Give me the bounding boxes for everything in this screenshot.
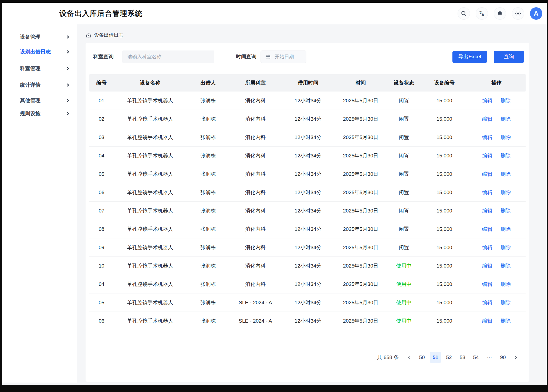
row-no: 01 [89, 98, 114, 104]
page-button[interactable]: 51 [430, 352, 441, 363]
device-name: 单孔腔镜手术机器人 [114, 116, 187, 123]
delete-link[interactable]: 删除 [500, 262, 511, 269]
edit-link[interactable]: 编辑 [482, 116, 492, 123]
borrow-duration: 12小时34分 [281, 317, 335, 325]
column-header: 所属科室 [230, 79, 281, 86]
date: 2025年5月30日 [335, 299, 386, 306]
next-page-button[interactable] [511, 353, 521, 362]
notifications-button[interactable] [494, 7, 506, 20]
sidebar-item[interactable]: 科室管理 [2, 63, 77, 75]
date: 2025年5月30日 [335, 262, 386, 269]
page-button[interactable]: 52 [444, 352, 454, 363]
language-button[interactable]: 文 A [476, 7, 488, 20]
column-header: 设备编号 [421, 79, 467, 86]
department: 消化内科 [230, 189, 281, 196]
edit-link[interactable]: 编辑 [482, 299, 492, 306]
device-status: 闲置 [386, 116, 421, 123]
breadcrumb-label: 设备出借日志 [94, 32, 123, 38]
edit-link[interactable]: 编辑 [482, 262, 492, 269]
device-code: 15,000 [421, 318, 467, 324]
breadcrumb[interactable]: 设备出借日志 [86, 31, 529, 39]
date: 2025年5月30日 [335, 226, 386, 233]
table-row: 10单孔腔镜手术机器人张润栋消化内科12小时34分2025年5月30日使用中15… [89, 257, 526, 275]
table-row: 05单孔腔镜手术机器人张润栋消化内科12小时34分2025年5月30日闲置15,… [89, 165, 526, 183]
delete-link[interactable]: 删除 [500, 244, 511, 251]
delete-link[interactable]: 删除 [500, 207, 511, 214]
department: 消化内科 [230, 244, 281, 251]
edit-link[interactable]: 编辑 [482, 281, 492, 288]
page-button[interactable]: 50 [417, 352, 427, 363]
borrow-duration: 12小时34分 [281, 299, 335, 306]
table-body: 01单孔腔镜手术机器人张润栋消化内科12小时34分2025年5月30日闲置15,… [89, 92, 526, 330]
prev-page-button[interactable] [404, 353, 414, 362]
department: 消化内科 [230, 171, 281, 178]
sidebar-item[interactable]: 设别出借日志 [2, 46, 77, 58]
lender: 张润栋 [187, 134, 230, 141]
sidebar: 设备管理设别出借日志科室管理统计详情其他管理规则设施 [2, 24, 77, 383]
edit-link[interactable]: 编辑 [482, 171, 492, 178]
device-code: 15,000 [421, 190, 467, 195]
content-card: 科室查询 时间查询 开始日期 [86, 43, 529, 382]
sidebar-item[interactable]: 规则设施 [2, 108, 77, 120]
device-name: 单孔腔镜手术机器人 [114, 152, 187, 159]
page-button[interactable]: 90 [498, 352, 508, 363]
edit-link[interactable]: 编辑 [482, 244, 492, 251]
dept-search-input[interactable] [122, 50, 214, 63]
search-query-button[interactable]: 查询 [494, 51, 524, 63]
borrow-duration: 12小时34分 [281, 116, 335, 123]
export-excel-button[interactable]: 导出Excel [452, 51, 487, 63]
edit-link[interactable]: 编辑 [482, 317, 492, 325]
device-name: 单孔腔镜手术机器人 [114, 207, 187, 214]
edit-link[interactable]: 编辑 [482, 97, 492, 104]
device-status: 闲置 [386, 97, 421, 104]
edit-link[interactable]: 编辑 [482, 152, 492, 159]
theme-button[interactable] [512, 7, 524, 20]
table-row: 01单孔腔镜手术机器人张润栋消化内科12小时34分2025年5月30日闲置15,… [89, 92, 526, 110]
start-date-placeholder: 开始日期 [275, 53, 294, 60]
sidebar-item[interactable]: 设备管理 [2, 31, 77, 43]
row-actions: 编辑删除 [467, 226, 526, 233]
device-code: 15,000 [421, 98, 467, 104]
device-name: 单孔腔镜手术机器人 [114, 317, 187, 325]
user-avatar[interactable]: A [530, 7, 542, 20]
sidebar-item[interactable]: 其他管理 [2, 94, 77, 106]
device-name: 单孔腔镜手术机器人 [114, 189, 187, 196]
edit-link[interactable]: 编辑 [482, 189, 492, 196]
delete-link[interactable]: 删除 [500, 226, 511, 233]
delete-link[interactable]: 删除 [500, 134, 511, 141]
start-date-picker[interactable]: 开始日期 [261, 50, 306, 63]
translate-icon: 文 A [479, 10, 485, 17]
delete-link[interactable]: 删除 [500, 116, 511, 123]
edit-link[interactable]: 编辑 [482, 226, 492, 233]
delete-link[interactable]: 删除 [500, 189, 511, 196]
table-row: 07单孔腔镜手术机器人张润栋消化内科12小时34分2025年5月30日闲置15,… [89, 202, 526, 220]
edit-link[interactable]: 编辑 [482, 207, 492, 214]
page-button[interactable]: 53 [457, 352, 468, 363]
delete-link[interactable]: 删除 [500, 171, 511, 178]
device-name: 单孔腔镜手术机器人 [114, 299, 187, 306]
chevron-left-icon [407, 356, 411, 359]
search-button[interactable] [458, 7, 470, 20]
page-button[interactable]: 54 [471, 352, 481, 363]
device-code: 15,000 [421, 134, 467, 140]
delete-link[interactable]: 删除 [500, 97, 511, 104]
delete-link[interactable]: 删除 [500, 152, 511, 159]
date: 2025年5月30日 [335, 116, 386, 123]
device-code: 15,000 [421, 281, 467, 287]
table-row: 04单孔腔镜手术机器人张润栋消化内科12小时34分2025年5月30日使用中15… [89, 275, 526, 293]
home-icon [86, 32, 92, 38]
device-status: 闲置 [386, 226, 421, 233]
department: SLE - 2024 - A [230, 318, 281, 324]
lender: 张润栋 [187, 207, 230, 214]
pagination: 共 658 条 5051525354···90 [89, 352, 526, 363]
row-actions: 编辑删除 [467, 244, 526, 251]
delete-link[interactable]: 删除 [500, 299, 511, 306]
row-no: 10 [89, 263, 114, 269]
delete-link[interactable]: 删除 [500, 317, 511, 325]
device-name: 单孔腔镜手术机器人 [114, 171, 187, 178]
date: 2025年5月30日 [335, 207, 386, 214]
sidebar-item[interactable]: 统计详情 [2, 79, 77, 91]
delete-link[interactable]: 删除 [500, 281, 511, 288]
lender: 张润栋 [187, 281, 230, 288]
edit-link[interactable]: 编辑 [482, 134, 492, 141]
